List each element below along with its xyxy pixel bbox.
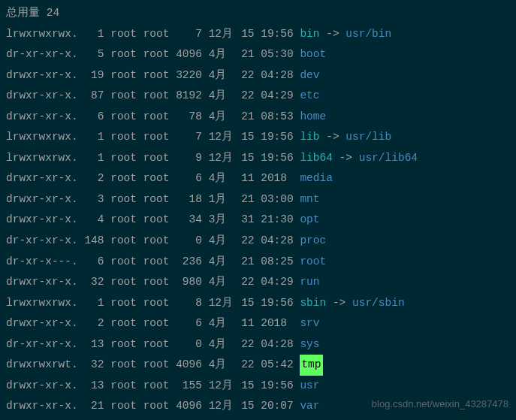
links: 148	[84, 231, 104, 252]
owner: root	[110, 189, 137, 210]
symlink-arrow: ->	[326, 297, 352, 309]
list-item: drwxrwxrwt.32rootroot40964月2205:42tmp	[6, 355, 510, 376]
month: 4月	[209, 355, 235, 376]
time: 19:56	[261, 24, 294, 45]
file-name: dev	[300, 65, 319, 86]
month: 4月	[209, 44, 235, 65]
time: 05:42	[261, 355, 294, 376]
symlink-arrow: ->	[320, 131, 346, 143]
size: 78	[176, 107, 202, 128]
file-name: mnt	[300, 189, 319, 210]
day: 22	[241, 231, 254, 252]
list-item: lrwxrwxrwx.1rootroot812月1519:56sbin -> u…	[6, 293, 510, 314]
links: 1	[84, 148, 104, 169]
file-name: srv	[300, 313, 319, 334]
file-name: sys	[300, 334, 319, 355]
links: 87	[84, 86, 104, 107]
size: 155	[176, 376, 202, 397]
day: 22	[241, 272, 254, 293]
day: 21	[241, 252, 254, 273]
links: 2	[84, 168, 104, 189]
group: root	[143, 148, 170, 169]
owner: root	[110, 107, 137, 128]
time: 04:28	[261, 231, 294, 252]
perm: lrwxrwxrwx.	[6, 28, 78, 40]
links: 32	[84, 355, 104, 376]
list-item: drwxr-xr-x.4rootroot343月3121:30opt	[6, 210, 510, 231]
group: root	[143, 272, 170, 293]
size: 4096	[176, 355, 202, 376]
list-item: drwxr-xr-x.3rootroot181月2103:00mnt	[6, 189, 510, 210]
file-name: bin	[300, 24, 319, 45]
owner: root	[110, 210, 137, 231]
file-name: opt	[300, 210, 319, 231]
symlink-arrow: ->	[333, 152, 359, 164]
list-item: dr-xr-xr-x.148rootroot04月2204:28proc	[6, 231, 510, 252]
size: 0	[176, 334, 202, 355]
month: 4月	[209, 252, 235, 273]
file-name: boot	[300, 44, 326, 65]
day: 22	[241, 65, 254, 86]
time: 19:56	[261, 376, 294, 397]
group: root	[143, 231, 170, 252]
group: root	[143, 293, 170, 314]
symlink-arrow: ->	[320, 28, 346, 40]
list-item: drwxr-xr-x.19rootroot32204月2204:28dev	[6, 65, 510, 86]
time: 19:56	[261, 148, 294, 169]
day: 21	[241, 44, 254, 65]
perm: lrwxrwxrwx.	[6, 152, 78, 164]
day: 11	[241, 168, 254, 189]
group: root	[143, 65, 170, 86]
perm: drwxr-xr-x.	[6, 213, 78, 225]
owner: root	[110, 65, 137, 86]
month: 4月	[209, 107, 235, 128]
day: 21	[241, 189, 254, 210]
perm: dr-xr-xr-x.	[6, 338, 78, 350]
day: 15	[241, 127, 254, 148]
links: 4	[84, 210, 104, 231]
owner: root	[110, 148, 137, 169]
size: 6	[176, 313, 202, 334]
perm: drwxr-xr-x.	[6, 89, 78, 101]
time: 04:29	[261, 272, 294, 293]
group: root	[143, 107, 170, 128]
perm: drwxr-xr-x.	[6, 379, 78, 391]
owner: root	[110, 86, 137, 107]
size: 4096	[176, 396, 202, 417]
links: 13	[84, 334, 104, 355]
group: root	[143, 168, 170, 189]
file-name: var	[300, 396, 319, 417]
owner: root	[110, 334, 137, 355]
list-item: lrwxrwxrwx.1rootroot912月1519:56lib64 -> …	[6, 148, 510, 169]
links: 6	[84, 107, 104, 128]
month: 12月	[209, 24, 235, 45]
perm: drwxrwxrwt.	[6, 358, 78, 370]
symlink-target: usr/sbin	[352, 297, 405, 309]
owner: root	[110, 293, 137, 314]
perm: drwxr-xr-x.	[6, 400, 78, 412]
perm: drwxr-xr-x.	[6, 110, 78, 122]
links: 2	[84, 313, 104, 334]
list-item: lrwxrwxrwx.1rootroot712月1519:56lib -> us…	[6, 127, 510, 148]
day: 22	[241, 355, 254, 376]
total-line: 总用量 24	[6, 7, 59, 19]
group: root	[143, 127, 170, 148]
group: root	[143, 24, 170, 45]
time: 2018	[261, 313, 294, 334]
owner: root	[110, 44, 137, 65]
time: 21:30	[261, 210, 294, 231]
links: 1	[84, 127, 104, 148]
symlink-target: usr/bin	[346, 28, 391, 40]
group: root	[143, 334, 170, 355]
group: root	[143, 252, 170, 273]
list-item: drwxr-xr-x.2rootroot64月112018srv	[6, 313, 510, 334]
size: 34	[176, 210, 202, 231]
perm: lrwxrwxrwx.	[6, 131, 78, 143]
list-item: drwxr-xr-x.13rootroot15512月1519:56usr	[6, 376, 510, 397]
list-item: drwxr-xr-x.2rootroot64月112018media	[6, 168, 510, 189]
group: root	[143, 355, 170, 376]
links: 5	[84, 44, 104, 65]
perm: drwxr-xr-x.	[6, 276, 78, 288]
terminal-header: 总用量 24	[6, 3, 510, 24]
links: 6	[84, 252, 104, 273]
